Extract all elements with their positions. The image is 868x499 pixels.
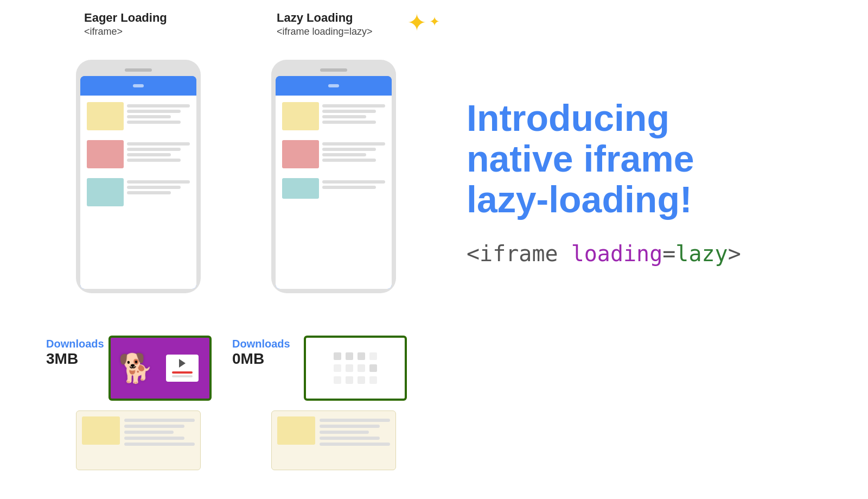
line bbox=[320, 425, 380, 428]
star-big-icon: ✦ bbox=[407, 11, 427, 35]
lazy-content-block-3 bbox=[279, 175, 388, 202]
line bbox=[124, 443, 195, 446]
lazy-phone bbox=[271, 60, 396, 293]
code-part-close: > bbox=[728, 241, 741, 266]
headline-line1: Introducing bbox=[467, 97, 669, 138]
code-part-loading: loading bbox=[571, 241, 663, 266]
sparkle-area: ✦ ✦ bbox=[407, 11, 440, 35]
bottom-image-lazy bbox=[277, 416, 315, 445]
lazy-phone-content bbox=[276, 96, 392, 289]
content-lines-2 bbox=[127, 140, 190, 162]
lazy-content-lines-2 bbox=[322, 140, 385, 162]
spinner-dot bbox=[334, 352, 341, 360]
content-lines-1 bbox=[127, 102, 190, 124]
video-track bbox=[172, 375, 193, 377]
headline-text: Introducing native iframe lazy-loading! bbox=[467, 98, 835, 219]
spinner-dot bbox=[346, 352, 353, 360]
lazy-content-image-teal bbox=[282, 178, 319, 199]
line bbox=[322, 115, 366, 118]
line bbox=[127, 110, 181, 113]
eager-bottom-block bbox=[76, 410, 201, 470]
eager-iframe-thumbnail: 🐕 bbox=[108, 336, 212, 401]
spinner-dot bbox=[358, 352, 365, 360]
lazy-phone-wrapper bbox=[271, 60, 396, 293]
lazy-title-block: Lazy Loading <iframe loading=lazy> bbox=[277, 11, 373, 46]
lazy-content-block-1 bbox=[279, 99, 388, 134]
line bbox=[322, 180, 385, 184]
line bbox=[322, 186, 376, 189]
eager-bottom-block-wrapper bbox=[76, 410, 201, 470]
line bbox=[124, 425, 184, 428]
spinner-dot bbox=[346, 364, 353, 372]
eager-downloads-label: Downloads bbox=[46, 338, 104, 350]
spinner-dot bbox=[358, 364, 365, 372]
eager-title: Eager Loading bbox=[84, 11, 167, 25]
line bbox=[322, 148, 376, 151]
lazy-title: Lazy Loading bbox=[277, 11, 373, 25]
star-small-icon: ✦ bbox=[429, 15, 440, 28]
line bbox=[322, 159, 376, 162]
lazy-content-image-yellow bbox=[282, 102, 319, 130]
code-part-iframe: <iframe bbox=[467, 241, 571, 266]
line bbox=[322, 121, 376, 124]
spinner-dot bbox=[346, 376, 353, 384]
eager-phone-wrapper bbox=[76, 60, 201, 293]
content-image-teal bbox=[87, 178, 124, 206]
content-image-yellow bbox=[87, 102, 124, 130]
spinner-dot bbox=[369, 352, 377, 360]
phone-top-dot-lazy bbox=[328, 84, 339, 87]
content-image-red bbox=[87, 140, 124, 168]
line bbox=[320, 431, 369, 434]
phone-top-dot bbox=[133, 84, 144, 87]
line bbox=[322, 110, 376, 113]
line bbox=[127, 180, 190, 184]
lazy-downloads-wrapper: Downloads 0MB bbox=[232, 338, 290, 368]
headline-line3: lazy-loading! bbox=[467, 179, 692, 220]
phone-top-bar bbox=[80, 76, 196, 96]
spinner-dot bbox=[358, 376, 365, 384]
line bbox=[322, 142, 385, 146]
line bbox=[127, 153, 171, 156]
line bbox=[320, 437, 380, 440]
line bbox=[127, 159, 181, 162]
lazy-subtitle: <iframe loading=lazy> bbox=[277, 26, 373, 37]
phone-top-bar-lazy bbox=[276, 76, 392, 96]
code-display: <iframe loading=lazy> bbox=[467, 241, 835, 266]
lazy-content-lines-1 bbox=[322, 102, 385, 124]
loading-spinner bbox=[334, 352, 377, 384]
phone-notch bbox=[125, 68, 152, 72]
lazy-content-image-red bbox=[282, 140, 319, 168]
headline-line2: native iframe bbox=[467, 138, 694, 179]
eager-phone bbox=[76, 60, 201, 293]
main-container: ✦ ✦ Eager Loading <iframe> Lazy Loading … bbox=[0, 0, 868, 499]
lazy-phone-screen bbox=[276, 76, 392, 289]
headline-area: Introducing native iframe lazy-loading! … bbox=[467, 98, 835, 266]
line bbox=[127, 115, 171, 118]
video-player-icon bbox=[166, 355, 199, 382]
line bbox=[127, 186, 181, 189]
content-lines-3 bbox=[127, 178, 190, 194]
line bbox=[127, 121, 181, 124]
eager-phone-content bbox=[80, 96, 196, 289]
line bbox=[127, 142, 190, 146]
eager-subtitle: <iframe> bbox=[84, 26, 167, 37]
content-block-1 bbox=[84, 99, 193, 134]
bottom-lines-lazy bbox=[320, 416, 390, 446]
line bbox=[124, 431, 174, 434]
line bbox=[127, 148, 181, 151]
line bbox=[124, 419, 195, 422]
content-block-3 bbox=[84, 175, 193, 210]
code-part-lazy: lazy bbox=[675, 241, 727, 266]
line bbox=[124, 437, 184, 440]
phone-notch-lazy bbox=[320, 68, 347, 72]
eager-downloads-wrapper: Downloads 3MB bbox=[46, 338, 104, 368]
lazy-bottom-block-wrapper bbox=[271, 410, 396, 470]
code-equals: = bbox=[662, 241, 675, 266]
spinner-dot bbox=[334, 376, 341, 384]
lazy-iframe-thumbnail bbox=[304, 336, 407, 401]
line bbox=[127, 191, 171, 194]
spinner-dot bbox=[369, 364, 377, 372]
lazy-downloads-amount: 0MB bbox=[232, 350, 290, 368]
line bbox=[127, 104, 190, 108]
eager-downloads-amount: 3MB bbox=[46, 350, 104, 368]
